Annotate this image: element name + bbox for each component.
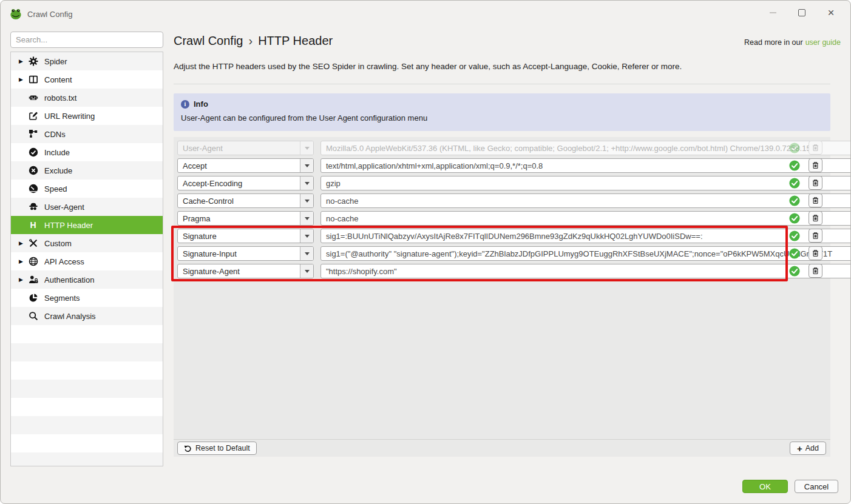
header-name-select[interactable]: Signature [177,229,314,243]
header-value-input[interactable] [320,158,851,173]
enabled-check-icon[interactable] [789,230,800,241]
crawl-config-window: Crawl Config × ▶Spider▶Contentrobots.txt… [0,0,851,504]
sidebar-item-label: Speed [44,184,67,193]
header-value-input[interactable] [320,176,851,190]
add-button[interactable]: + Add [790,442,826,455]
magnifier-icon [28,311,38,321]
delete-header-button[interactable] [809,176,822,190]
header-row-signature: Signature [174,229,830,244]
header-name-value: Pragma [178,214,300,223]
sidebar-item-custom[interactable]: ▶Custom [11,234,163,252]
enabled-check-icon[interactable] [789,213,800,224]
sidebar-empty-row [11,416,163,434]
sidebar-item-spider[interactable]: ▶Spider [11,52,163,70]
expand-arrow-icon[interactable]: ▶ [19,76,28,82]
header-name-value: Signature [178,232,300,241]
sidebar-item-label: API Access [44,257,84,266]
minimize-icon [770,12,776,13]
sidebar-item-content[interactable]: ▶Content [11,70,163,89]
page-description: Adjust the HTTP headers used by the SEO … [174,62,682,71]
chevron-down-icon [300,264,313,278]
header-name-select[interactable]: Accept-Encoding [177,176,314,190]
expand-arrow-icon[interactable]: ▶ [19,240,28,246]
sidebar-item-label: robots.txt [44,93,76,102]
page-title: HTTP Header [258,34,333,47]
enabled-check-icon[interactable] [789,160,800,171]
header-value-input[interactable] [320,246,851,261]
minimize-button[interactable] [759,1,786,25]
header-value-input[interactable] [320,264,851,278]
close-button[interactable]: × [818,1,844,25]
sidebar-empty-row [11,380,163,398]
sidebar-item-include[interactable]: Include [11,143,163,161]
chevron-down-icon [300,229,313,243]
enabled-check-icon[interactable] [789,266,800,277]
header-value-input[interactable] [320,229,851,243]
info-title: Info [194,99,208,109]
speedometer-icon [28,184,38,194]
header-row-signature-agent: Signature-Agent [174,264,830,279]
delete-header-button[interactable] [809,246,822,260]
search-input[interactable] [10,32,163,48]
sidebar-item-http-header[interactable]: HHTTP Header [11,216,163,234]
sidebar-item-crawl-analysis[interactable]: Crawl Analysis [11,307,163,325]
sidebar-item-label: URL Rewriting [44,112,95,121]
header-value-input[interactable] [320,193,851,208]
expand-arrow-icon[interactable]: ▶ [19,277,28,283]
delete-header-button[interactable] [809,264,822,278]
header-name-select[interactable]: Cache-Control [177,193,314,208]
chevron-down-icon [300,212,313,225]
maximize-button[interactable] [788,1,815,25]
sidebar-item-api-access[interactable]: ▶API Access [11,252,163,270]
reset-to-default-button[interactable]: Reset to Default [177,442,257,455]
header-name-select[interactable]: Pragma [177,211,314,226]
header-name-value: Signature-Agent [178,267,300,276]
check-circle-icon [28,147,38,158]
header-value-input [320,141,851,155]
header-name-select[interactable]: Signature-Agent [177,264,314,278]
sidebar-item-robots-txt[interactable]: robots.txt [11,89,163,107]
sidebar-item-user-agent[interactable]: User-Agent [11,198,163,216]
expand-arrow-icon[interactable]: ▶ [19,258,28,264]
cancel-button[interactable]: Cancel [795,480,838,493]
delete-header-button[interactable] [809,158,822,172]
header-row-signature-input: Signature-Input [174,246,830,261]
header-name-value: Cache-Control [178,197,300,206]
sidebar-item-url-rewriting[interactable]: URL Rewriting [11,107,163,125]
enabled-check-icon[interactable] [789,195,800,206]
enabled-check-icon[interactable] [789,248,800,259]
info-icon: i [181,100,189,109]
user-guide-link[interactable]: user guide [805,38,841,47]
header-row-cache-control: Cache-Control [174,193,830,209]
sidebar-empty-row [11,325,163,343]
sidebar-item-label: User-Agent [44,203,84,212]
header-name-value: Signature-Input [178,249,300,258]
enabled-check-icon [789,143,800,153]
read-more: Read more in ouruser guide [744,38,841,47]
robot-icon [28,93,38,103]
tools-icon [28,238,38,249]
sidebar-item-authentication[interactable]: ▶Authentication [11,270,163,289]
delete-header-button[interactable] [809,229,822,243]
delete-header-button[interactable] [809,211,822,225]
ok-button[interactable]: OK [742,480,788,493]
expand-arrow-icon[interactable]: ▶ [19,58,28,64]
maximize-icon [798,9,805,16]
enabled-check-icon[interactable] [789,178,800,189]
header-name-value: Accept [178,161,300,170]
read-more-text: Read more in our [744,38,803,47]
sidebar-tree: ▶Spider▶Contentrobots.txtURL RewritingCD… [10,52,163,466]
sidebar-item-exclude[interactable]: Exclude [11,161,163,180]
sidebar-item-segments[interactable]: Segments [11,289,163,307]
breadcrumb: Crawl Config›HTTP Header [174,34,333,48]
sidebar-item-cdns[interactable]: CDNs [11,125,163,143]
sidebar-item-label: Crawl Analysis [44,312,96,321]
header-name-select[interactable]: Accept [177,158,314,173]
frog-app-icon [10,8,22,20]
header-name-select[interactable]: Signature-Input [177,246,314,261]
delete-header-button[interactable] [809,193,822,207]
sidebar-item-speed[interactable]: Speed [11,180,163,198]
sidebar-item-label: Exclude [44,166,72,175]
divider [174,439,830,440]
header-value-input[interactable] [320,211,851,226]
